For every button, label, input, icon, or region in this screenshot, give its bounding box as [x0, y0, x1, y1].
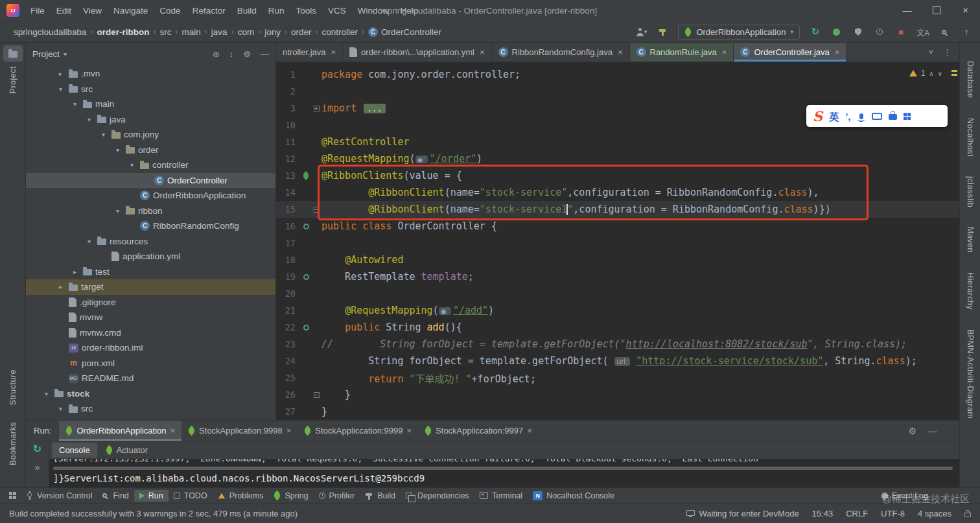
- console-scrollbar[interactable]: [53, 467, 953, 470]
- menu-file[interactable]: File: [25, 5, 51, 17]
- menu-refactor[interactable]: Refactor: [187, 5, 231, 17]
- devmode-status[interactable]: Waiting for enter DevMode: [686, 509, 799, 518]
- tree-chevron-icon[interactable]: ▸: [56, 70, 65, 77]
- tree-item-order[interactable]: ▾order: [26, 143, 275, 158]
- search-everywhere-icon[interactable]: [939, 26, 951, 38]
- tree-item-java[interactable]: ▾java: [26, 112, 275, 128]
- stop-button[interactable]: ■: [895, 26, 907, 38]
- toolwindow-button-problems[interactable]: Problems: [213, 490, 269, 502]
- toolwindow-button-profiler[interactable]: Profiler: [314, 490, 360, 502]
- close-button[interactable]: ×: [951, 0, 980, 21]
- toolwindow-jclasslib-label[interactable]: jclasslib: [966, 176, 975, 207]
- hide-panel-icon[interactable]: —: [928, 426, 937, 436]
- project-toolwindow-button[interactable]: [3, 45, 23, 62]
- menu-code[interactable]: Code: [154, 5, 186, 17]
- code-line[interactable]: 23// String forObject = template.getForO…: [276, 336, 959, 353]
- minimize-button[interactable]: —: [892, 0, 922, 21]
- translate-icon[interactable]: 文A: [916, 26, 929, 38]
- menu-build[interactable]: Build: [231, 5, 262, 17]
- run-tab-stockapplication-9998[interactable]: StockApplication:9998×: [181, 421, 298, 441]
- tree-item-mvn[interactable]: ▸.mvn: [26, 66, 275, 82]
- folded-imports[interactable]: ...: [364, 104, 385, 113]
- tree-item-order-ribbon-iml[interactable]: IJorder-ribbon.iml: [26, 340, 275, 356]
- breadcrumb-item-controller[interactable]: controller: [320, 27, 360, 38]
- ime-punctuation-icon[interactable]: ’,: [845, 111, 850, 122]
- keyboard-icon[interactable]: [872, 113, 882, 120]
- editor-tab-ribbonrandomconfig-java[interactable]: CRibbonRandomConfig.java×: [492, 43, 630, 62]
- code-line[interactable]: 18 @Autowired: [276, 251, 959, 268]
- tree-item-resources[interactable]: ▾resources: [26, 234, 275, 250]
- code-line[interactable]: 13@RibbonClients(value = {: [276, 167, 959, 184]
- breadcrumb-item-springcloudalibaba[interactable]: springcloudalibaba: [12, 27, 89, 38]
- toolwindow-button-todo[interactable]: TODO: [169, 490, 213, 502]
- breadcrumb-item-java[interactable]: java: [209, 27, 229, 38]
- tree-item-orderribbonapplication[interactable]: COrderRibbonApplication: [26, 188, 275, 203]
- toolwindow-button-build[interactable]: Build: [360, 490, 401, 502]
- tree-item-stock[interactable]: ▾stock: [26, 386, 275, 402]
- url-mapping-inlay-icon[interactable]: ◉ˇ: [439, 307, 451, 315]
- close-tab-icon[interactable]: ×: [407, 426, 412, 436]
- toolwindow-nocalhost-label[interactable]: Nocalhost: [966, 118, 975, 157]
- breadcrumb-item-src[interactable]: src: [158, 27, 174, 38]
- close-tab-icon[interactable]: ×: [618, 47, 623, 57]
- settings-gear-icon[interactable]: ⚙: [908, 426, 916, 436]
- run-tab-stockappliccation-9997[interactable]: StockAppliccation:9997×: [418, 421, 539, 441]
- tree-item-controller[interactable]: ▾controller: [26, 157, 275, 173]
- tree-item-mvnw-cmd[interactable]: mvnw.cmd: [26, 325, 275, 341]
- console-tab-console[interactable]: Console: [52, 443, 97, 458]
- tree-item-ordercontroller[interactable]: COrderController: [26, 173, 275, 189]
- fold-marker-icon[interactable]: −: [311, 206, 321, 213]
- url-mapping-inlay-icon[interactable]: ◉ˇ: [415, 156, 428, 163]
- tree-item-target[interactable]: ▸target: [26, 279, 275, 295]
- spring-bean-gutter-icon[interactable]: [301, 325, 311, 331]
- toolwindow-bookmarks-label[interactable]: Bookmarks: [8, 422, 18, 465]
- code-line[interactable]: 25 return "下单成功! "+forObject;: [276, 369, 959, 386]
- run-button[interactable]: ↻: [810, 26, 821, 38]
- tree-chevron-icon[interactable]: ▾: [127, 161, 137, 169]
- toolwindow-project-label[interactable]: Project: [8, 66, 18, 93]
- menu-run[interactable]: Run: [262, 5, 290, 17]
- tree-item-gitignore[interactable]: .gitignore: [26, 295, 275, 310]
- tree-chevron-icon[interactable]: ▾: [84, 116, 94, 123]
- toolwindow-maven-label[interactable]: Maven: [966, 227, 975, 253]
- menu-tools[interactable]: Tools: [290, 5, 322, 17]
- inspections-widget[interactable]: 1 ∧ ∨: [909, 69, 942, 78]
- toolwindow-database-label[interactable]: Database: [966, 61, 975, 99]
- more-actions-icon[interactable]: »: [35, 462, 40, 472]
- code-line[interactable]: 21 @RequestMapping(◉ˇ"/add"): [276, 302, 959, 319]
- editor-tab-order-ribbon-application-yml[interactable]: order-ribbon\...\application.yml×: [343, 43, 491, 62]
- encoding-indicator[interactable]: UTF-8: [881, 509, 905, 518]
- run-tab-stockappliccation-9999[interactable]: StockAppliccation:9999×: [298, 421, 418, 441]
- sogou-logo-icon[interactable]: S: [813, 110, 822, 123]
- menu-navigate[interactable]: Navigate: [108, 5, 154, 17]
- close-tab-icon[interactable]: ×: [480, 47, 485, 57]
- toolwindow-button-nocalhost-console[interactable]: NNocalhost Console: [528, 490, 620, 502]
- update-icon[interactable]: ↑: [961, 26, 972, 38]
- spring-bean-gutter-icon[interactable]: [301, 274, 311, 280]
- rerun-icon[interactable]: ↻: [33, 444, 41, 454]
- ime-language-mode[interactable]: 英: [829, 110, 839, 123]
- tab-options-icon[interactable]: ⋮: [943, 47, 951, 57]
- tree-item-pom-xml[interactable]: mpom.xml: [26, 356, 275, 371]
- maximize-button[interactable]: [922, 0, 951, 21]
- tree-chevron-icon[interactable]: ▸: [56, 283, 65, 290]
- toolwindow-switcher-icon[interactable]: [9, 492, 16, 499]
- run-configuration-select[interactable]: OrderRibbonApplication ▾: [678, 25, 800, 40]
- code-line[interactable]: 22 public String add(){: [276, 319, 959, 336]
- tree-item-mvnw[interactable]: mvnw: [26, 310, 275, 325]
- menu-vcs[interactable]: VCS: [322, 5, 352, 17]
- toolwindow-button-find[interactable]: Find: [97, 490, 134, 502]
- tree-item-application-yml[interactable]: application.yml: [26, 249, 275, 264]
- debug-button[interactable]: [831, 26, 843, 38]
- readonly-lock-icon[interactable]: [964, 513, 971, 517]
- status-message[interactable]: Build completed successfully with 3 warn…: [9, 509, 673, 518]
- ime-toolbox-icon[interactable]: [889, 114, 897, 120]
- tree-chevron-icon[interactable]: ▾: [70, 100, 80, 108]
- code-line[interactable]: 16public class OrderController {: [276, 218, 959, 235]
- tree-chevron-icon[interactable]: ▾: [113, 207, 122, 215]
- hide-panel-icon[interactable]: —: [261, 49, 269, 59]
- tree-item-src[interactable]: ▾src: [26, 82, 275, 97]
- close-tab-icon[interactable]: ×: [170, 426, 176, 436]
- build-hammer-icon[interactable]: [657, 26, 668, 38]
- tree-item-com-jony[interactable]: ▾com.jony: [26, 127, 275, 143]
